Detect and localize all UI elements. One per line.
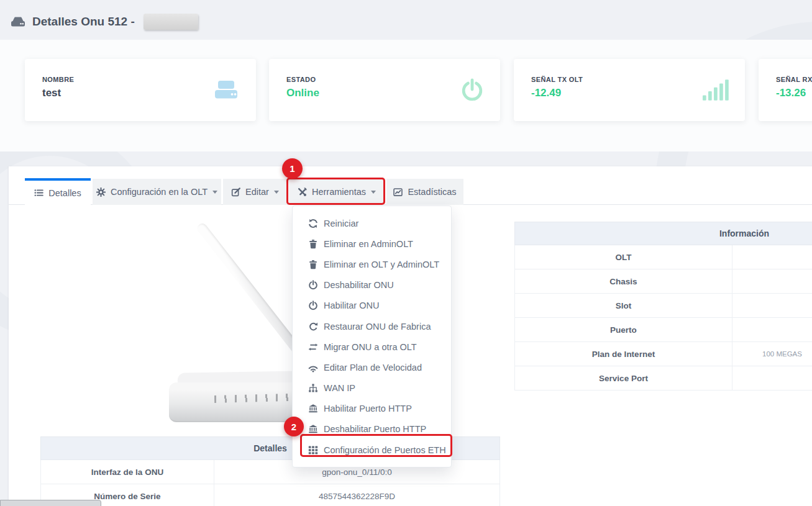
menu-item-habilitar-http[interactable]: Habilitar Puerto HTTP xyxy=(293,399,451,419)
tab-label: Estadísticas xyxy=(408,187,456,197)
card-label: ESTADO xyxy=(286,76,316,83)
menu-item-label: Deshabilitar ONU xyxy=(324,280,394,290)
row-label: Plan de Internet xyxy=(515,342,732,366)
list-icon xyxy=(34,188,43,197)
table-row: Plan de Internet 100 MEGAS xyxy=(514,342,812,366)
table-row: Service Port xyxy=(514,366,812,391)
gear-icon xyxy=(96,187,106,197)
row-label: Puerto xyxy=(515,318,732,341)
card-estado: ESTADO Online xyxy=(269,59,500,121)
annotation-box-herramientas xyxy=(286,178,385,205)
trash-icon xyxy=(308,239,318,249)
page-title-text: Detalles Onu 512 - xyxy=(32,15,135,29)
menu-item-label: Reiniciar xyxy=(324,219,358,228)
informacion-table: Información OLT Chasis Slot Puerto Plan … xyxy=(514,222,812,391)
menu-item-label: Migrar ONU a otra OLT xyxy=(324,342,417,352)
chevron-down-icon xyxy=(212,191,217,196)
row-value: 100 MEGAS xyxy=(732,342,812,366)
modem-icon xyxy=(212,79,240,101)
row-value xyxy=(732,318,812,341)
menu-item-label: Habilitar Puerto HTTP xyxy=(324,404,412,413)
menu-item-eliminar-adminolt[interactable]: Eliminar en AdminOLT xyxy=(293,233,451,254)
trash-icon xyxy=(308,260,318,269)
row-label: Chasis xyxy=(515,269,732,293)
menu-item-label: Deshabilitar Puerto HTTP xyxy=(324,424,426,434)
tab-label: Editar xyxy=(245,187,269,197)
tab-label: Configuración en la OLT xyxy=(111,187,208,197)
network-icon xyxy=(308,383,318,393)
menu-item-label: Editar Plan de Velocidad xyxy=(324,363,422,373)
wifi-icon xyxy=(308,363,318,373)
row-label: OLT xyxy=(515,245,732,269)
row-label: Service Port xyxy=(515,366,732,390)
row-value xyxy=(732,245,812,269)
menu-item-deshabilitar-onu[interactable]: Deshabilitar ONU xyxy=(293,275,451,296)
herramientas-dropdown-menu: Reiniciar Eliminar en AdminOLT Eliminar … xyxy=(292,206,452,468)
tab-label: Detalles xyxy=(48,188,81,198)
annotation-box-puertos-eth xyxy=(300,434,452,457)
card-label: SEÑAL TX OLT xyxy=(531,76,583,83)
tab-detalles[interactable]: Detalles xyxy=(25,178,91,205)
onu-details-page: Detalles Onu 512 - NOMBRE test ESTADO On… xyxy=(0,0,812,506)
table-row: Slot xyxy=(514,294,812,318)
tab-editar[interactable]: Editar xyxy=(223,179,287,205)
table-row: Número de Serie 4857544362228F9D xyxy=(40,484,500,506)
card-senal-tx: SEÑAL TX OLT -12.49 xyxy=(514,59,745,121)
page-title: Detalles Onu 512 - xyxy=(10,14,198,30)
row-label: Interfaz de la ONU xyxy=(41,460,214,484)
router-icon xyxy=(10,16,26,28)
refresh-icon xyxy=(308,219,318,228)
menu-item-migrar-onu[interactable]: Migrar ONU a otra OLT xyxy=(293,337,451,357)
power-icon xyxy=(308,280,318,290)
table-row: Chasis xyxy=(514,269,812,294)
menu-item-label: Restaurar ONU de Fabrica xyxy=(324,322,431,332)
browser-status-tooltip xyxy=(0,500,101,506)
chart-icon xyxy=(393,187,403,197)
menu-item-restaurar-fabrica[interactable]: Restaurar ONU de Fabrica xyxy=(293,316,451,337)
tab-configuracion-olt[interactable]: Configuración en la OLT xyxy=(93,179,221,205)
row-value xyxy=(732,294,812,317)
signal-bars-icon xyxy=(703,79,729,101)
card-value: test xyxy=(42,87,61,99)
row-value: 4857544362228F9D xyxy=(214,484,500,506)
table-header: Información xyxy=(514,222,812,245)
menu-item-editar-plan[interactable]: Editar Plan de Velocidad xyxy=(293,357,451,377)
power-icon xyxy=(460,78,484,102)
table-row: Puerto xyxy=(514,318,812,342)
annotation-step-2: 2 xyxy=(284,417,304,436)
menu-item-label: WAN IP xyxy=(324,383,355,393)
menu-item-label: Eliminar en OLT y AdminOLT xyxy=(324,260,439,269)
menu-item-label: Habilitar ONU xyxy=(324,300,379,310)
bank-icon xyxy=(308,404,318,413)
chevron-down-icon xyxy=(274,191,279,196)
card-nombre: NOMBRE test xyxy=(25,59,256,121)
menu-item-wan-ip[interactable]: WAN IP xyxy=(293,378,451,399)
table-row: OLT xyxy=(514,245,812,269)
redacted-client-name xyxy=(144,14,198,30)
power-icon xyxy=(308,300,318,310)
card-value: Online xyxy=(286,87,319,99)
menu-item-habilitar-onu[interactable]: Habilitar ONU xyxy=(293,296,451,316)
row-value xyxy=(732,366,812,390)
card-senal-rx: SEÑAL RX -13.26 xyxy=(759,59,812,121)
edit-icon xyxy=(231,187,240,197)
tab-estadisticas[interactable]: Estadísticas xyxy=(386,179,463,205)
transfer-icon xyxy=(308,342,318,352)
card-value: -12.49 xyxy=(531,87,561,99)
menu-item-label: Eliminar en AdminOLT xyxy=(324,239,413,249)
rotate-icon xyxy=(308,322,318,332)
bank-icon xyxy=(308,424,318,434)
card-label: SEÑAL RX xyxy=(776,76,812,83)
annotation-step-1: 1 xyxy=(282,158,303,179)
card-value: -13.26 xyxy=(776,87,806,99)
row-label: Slot xyxy=(515,294,732,317)
row-value xyxy=(732,269,812,293)
menu-item-eliminar-olt-adminolt[interactable]: Eliminar en OLT y AdminOLT xyxy=(293,254,451,274)
card-label: NOMBRE xyxy=(42,76,74,83)
menu-item-reiniciar[interactable]: Reiniciar xyxy=(293,213,451,233)
